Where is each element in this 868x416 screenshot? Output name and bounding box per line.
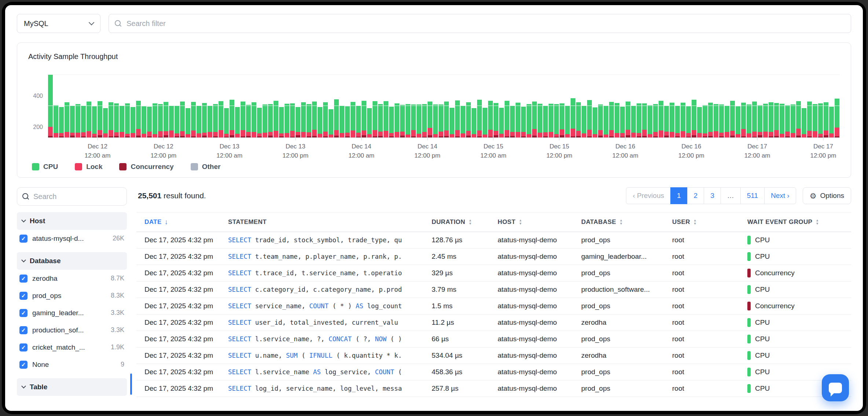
- chart-bar[interactable]: [510, 106, 515, 137]
- chart-bar[interactable]: [604, 106, 608, 137]
- checkbox-checked[interactable]: ✓: [19, 326, 28, 334]
- chart-bar[interactable]: [197, 106, 201, 137]
- chart-bar[interactable]: [340, 106, 344, 137]
- chart-bar[interactable]: [538, 104, 542, 137]
- chart-bar[interactable]: [549, 104, 553, 137]
- chart-bar[interactable]: [356, 106, 361, 137]
- chart-bar[interactable]: [615, 103, 619, 137]
- chart-bar[interactable]: [763, 104, 768, 137]
- chart-bar[interactable]: [648, 105, 652, 137]
- chart-bar[interactable]: [670, 103, 674, 137]
- chart-bar[interactable]: [147, 107, 152, 137]
- chart-bar[interactable]: [769, 102, 773, 137]
- chart-bar[interactable]: [411, 104, 416, 137]
- chart-bar[interactable]: [65, 102, 69, 137]
- chart-bar[interactable]: [807, 102, 812, 137]
- filter-item[interactable]: ✓zerodha8.7K: [17, 270, 127, 287]
- chart-bar[interactable]: [285, 104, 289, 137]
- database-type-select[interactable]: MySQL: [17, 14, 100, 33]
- chart-bar[interactable]: [499, 108, 504, 137]
- table-row[interactable]: Dec 17, 2025 4:32 pmSELECT u.name, SUM (…: [136, 347, 851, 364]
- chart-bar[interactable]: [653, 104, 658, 137]
- chart-bar[interactable]: [175, 106, 179, 137]
- filter-section-header-host[interactable]: Host: [17, 212, 127, 230]
- chart-bar[interactable]: [334, 99, 339, 137]
- chart-bar[interactable]: [422, 104, 427, 137]
- chart-bar[interactable]: [395, 103, 399, 137]
- chart-bar[interactable]: [329, 109, 333, 137]
- chart-bar[interactable]: [252, 102, 256, 137]
- chart-bar[interactable]: [576, 102, 581, 137]
- chart-bar[interactable]: [70, 106, 75, 137]
- chart-bar[interactable]: [109, 102, 113, 137]
- chart-bar[interactable]: [697, 107, 702, 137]
- chart-bar[interactable]: [312, 102, 317, 137]
- pagination-previous[interactable]: ‹ Previous: [626, 187, 671, 204]
- sidebar-search-input[interactable]: [33, 192, 121, 201]
- filter-item[interactable]: ✓atatus-mysql-d...26K: [17, 230, 127, 247]
- chart-bar[interactable]: [87, 102, 91, 137]
- chart-bar[interactable]: [494, 103, 498, 137]
- chart-bar[interactable]: [153, 103, 157, 137]
- table-row[interactable]: Dec 17, 2025 4:32 pmSELECT c.category_id…: [136, 281, 851, 298]
- chart-bar[interactable]: [444, 102, 449, 137]
- chart-bar[interactable]: [433, 104, 438, 137]
- pagination-page-1[interactable]: 1: [670, 187, 688, 204]
- chart-bar[interactable]: [439, 104, 443, 137]
- chart-bar[interactable]: [824, 102, 828, 137]
- chart-bar[interactable]: [758, 105, 762, 137]
- chart-bar[interactable]: [186, 108, 190, 137]
- chart-bar[interactable]: [582, 106, 586, 137]
- chart-bar[interactable]: [362, 101, 366, 137]
- chart-bar[interactable]: [76, 104, 80, 137]
- chart-bar[interactable]: [780, 104, 784, 137]
- chart-bar[interactable]: [835, 99, 839, 137]
- chart-bar[interactable]: [114, 103, 119, 137]
- filter-section-header-table[interactable]: Table: [17, 378, 127, 396]
- chart-bar[interactable]: [703, 105, 707, 137]
- chart-bar[interactable]: [785, 105, 790, 137]
- chart-bar[interactable]: [290, 103, 295, 137]
- chart-bar[interactable]: [626, 102, 630, 137]
- filter-item[interactable]: ✓gaming_leader...3.3K: [17, 304, 127, 321]
- filter-item[interactable]: ✓None9: [17, 356, 127, 373]
- chart-bar[interactable]: [774, 103, 779, 137]
- chart-bar[interactable]: [609, 102, 614, 137]
- filter-item[interactable]: ✓cricket_match_...1.9K: [17, 339, 127, 356]
- legend-item-cpu[interactable]: CPU: [32, 163, 58, 171]
- chat-launcher-button[interactable]: [822, 374, 849, 401]
- chart-bar[interactable]: [659, 101, 663, 137]
- checkbox-checked[interactable]: ✓: [19, 275, 28, 283]
- table-row[interactable]: Dec 17, 2025 4:32 pmSELECT t.team_name, …: [136, 249, 851, 265]
- chart-bar[interactable]: [736, 106, 740, 137]
- chart-bar[interactable]: [345, 106, 350, 137]
- chart-bar[interactable]: [142, 106, 146, 137]
- chart-bar[interactable]: [48, 75, 53, 137]
- checkbox-checked[interactable]: ✓: [19, 309, 28, 317]
- chart-bar[interactable]: [796, 101, 801, 137]
- chart-bar[interactable]: [98, 101, 102, 137]
- chart-bar[interactable]: [714, 104, 718, 137]
- chart-bar[interactable]: [257, 108, 262, 137]
- chart-bar[interactable]: [323, 102, 328, 137]
- options-button[interactable]: ⚙ Options: [803, 187, 851, 204]
- chart-bar[interactable]: [813, 104, 817, 137]
- chart-bar[interactable]: [373, 101, 377, 137]
- chart-bar[interactable]: [598, 104, 603, 137]
- chart-bar[interactable]: [131, 107, 135, 137]
- chart-bar[interactable]: [565, 106, 570, 137]
- chart-bar[interactable]: [532, 102, 537, 137]
- chart-bar[interactable]: [642, 103, 647, 137]
- chart-bar[interactable]: [241, 102, 245, 137]
- chart-bar[interactable]: [164, 102, 168, 137]
- chart-bar[interactable]: [802, 108, 806, 137]
- chart-bar[interactable]: [637, 103, 641, 137]
- chart-bar[interactable]: [125, 103, 130, 137]
- chart-bar[interactable]: [829, 107, 834, 137]
- chart-bar[interactable]: [593, 107, 597, 137]
- chart-bar[interactable]: [279, 107, 284, 137]
- chart-bar[interactable]: [560, 103, 564, 137]
- checkbox-checked[interactable]: ✓: [19, 292, 28, 300]
- filter-section-header-database[interactable]: Database: [17, 252, 127, 270]
- table-row[interactable]: Dec 17, 2025 4:32 pmSELECT log_id, servi…: [136, 380, 851, 397]
